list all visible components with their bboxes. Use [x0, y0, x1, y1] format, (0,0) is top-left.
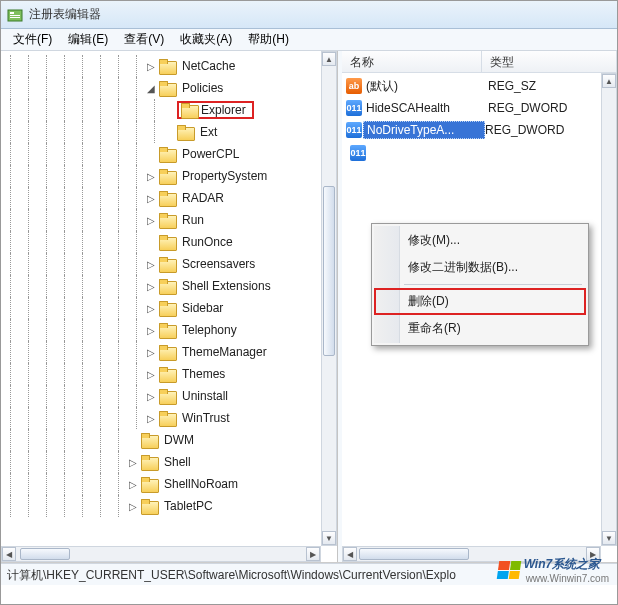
value-list[interactable]: ab(默认)REG_SZ011HideSCAHealthREG_DWORD011… [342, 73, 617, 143]
expander-icon [145, 236, 157, 248]
tree-item[interactable]: Ext [1, 121, 321, 143]
menu-help[interactable]: 帮助(H) [240, 29, 297, 50]
folder-icon [159, 213, 175, 227]
tree-horizontal-scrollbar[interactable]: ◀ ▶ [1, 546, 321, 562]
tree-item-label: TabletPC [161, 498, 216, 514]
tree-pane: ▷NetCache◢PoliciesExplorerExtPowerCPL▷Pr… [1, 51, 338, 562]
tree-item[interactable]: ▷Sidebar [1, 297, 321, 319]
tree-item-label: RunOnce [179, 234, 236, 250]
regedit-icon [7, 7, 23, 23]
folder-icon [159, 279, 175, 293]
scroll-right-icon[interactable]: ▶ [586, 547, 600, 561]
expander-icon[interactable]: ▷ [127, 456, 139, 468]
expander-icon[interactable]: ▷ [127, 500, 139, 512]
expander-icon[interactable]: ▷ [145, 346, 157, 358]
expander-icon[interactable]: ▷ [127, 478, 139, 490]
registry-tree[interactable]: ▷NetCache◢PoliciesExplorerExtPowerCPL▷Pr… [1, 51, 321, 521]
scroll-down-icon[interactable]: ▼ [602, 531, 616, 545]
expander-icon[interactable]: ▷ [145, 192, 157, 204]
tree-item[interactable]: ▷Telephony [1, 319, 321, 341]
scroll-left-icon[interactable]: ◀ [2, 547, 16, 561]
folder-icon [181, 103, 197, 117]
list-vertical-scrollbar[interactable]: ▲ ▼ [601, 73, 617, 546]
tree-item[interactable]: ▷ThemeManager [1, 341, 321, 363]
tree-item[interactable]: ▷WinTrust [1, 407, 321, 429]
tree-item[interactable]: ▷Themes [1, 363, 321, 385]
folder-icon [141, 455, 157, 469]
tree-item[interactable]: RunOnce [1, 231, 321, 253]
expander-icon[interactable]: ▷ [145, 258, 157, 270]
column-header-type[interactable]: 类型 [482, 51, 617, 72]
expander-icon[interactable]: ▷ [145, 302, 157, 314]
tree-item-label: RADAR [179, 190, 227, 206]
tree-item[interactable]: ▷Run [1, 209, 321, 231]
scroll-up-icon[interactable]: ▲ [602, 74, 616, 88]
tree-item[interactable]: ▷Shell [1, 451, 321, 473]
expander-icon[interactable]: ▷ [145, 280, 157, 292]
tree-item[interactable]: Explorer [1, 99, 321, 121]
tree-item[interactable]: DWM [1, 429, 321, 451]
tree-item[interactable]: ▷Shell Extensions [1, 275, 321, 297]
svg-rect-2 [10, 15, 20, 16]
value-row[interactable]: 011HideSCAHealthREG_DWORD [342, 97, 617, 119]
tree-item[interactable]: ◢Policies [1, 77, 321, 99]
scroll-left-icon[interactable]: ◀ [343, 547, 357, 561]
folder-icon [159, 323, 175, 337]
tree-item-label: Ext [197, 124, 220, 140]
scroll-thumb[interactable] [359, 548, 469, 560]
list-horizontal-scrollbar[interactable]: ◀ ▶ [342, 546, 601, 562]
folder-icon [159, 59, 175, 73]
context-menu-modify[interactable]: 修改(M)... [374, 227, 586, 254]
tree-item-label: NetCache [179, 58, 238, 74]
scroll-up-icon[interactable]: ▲ [322, 52, 336, 66]
tree-item[interactable]: ▷RADAR [1, 187, 321, 209]
tree-item-label: Shell [161, 454, 194, 470]
folder-icon [159, 81, 175, 95]
scroll-right-icon[interactable]: ▶ [306, 547, 320, 561]
tree-item-label: PowerCPL [179, 146, 242, 162]
context-menu-rename[interactable]: 重命名(R) [374, 315, 586, 342]
value-row[interactable]: 011NoDriveTypeA...REG_DWORD [342, 119, 617, 141]
value-row[interactable]: ab(默认)REG_SZ [342, 75, 617, 97]
tree-item-label: Telephony [179, 322, 240, 338]
tree-item-label: DWM [161, 432, 197, 448]
expander-icon[interactable]: ▷ [145, 324, 157, 336]
tree-item[interactable]: ▷Screensavers [1, 253, 321, 275]
expander-icon[interactable]: ▷ [145, 412, 157, 424]
folder-icon [159, 301, 175, 315]
expander-icon[interactable]: ▷ [145, 170, 157, 182]
folder-icon [141, 477, 157, 491]
tree-item[interactable]: ▷Uninstall [1, 385, 321, 407]
tree-item[interactable]: ▷TabletPC [1, 495, 321, 517]
tree-item-label: Explorer [177, 101, 254, 119]
folder-icon [159, 235, 175, 249]
expander-icon[interactable]: ▷ [145, 390, 157, 402]
expander-icon[interactable]: ◢ [145, 82, 157, 94]
tree-item-label: Run [179, 212, 207, 228]
scroll-thumb[interactable] [20, 548, 70, 560]
folder-icon [159, 257, 175, 271]
column-header-name[interactable]: 名称 [342, 51, 482, 72]
svg-rect-3 [10, 17, 20, 18]
menu-favorites[interactable]: 收藏夹(A) [172, 29, 240, 50]
tree-item-label: Screensavers [179, 256, 258, 272]
folder-icon [159, 389, 175, 403]
dword-value-icon: 011 [346, 122, 362, 138]
tree-item[interactable]: ▷PropertySystem [1, 165, 321, 187]
svg-rect-1 [10, 12, 14, 14]
menu-view[interactable]: 查看(V) [116, 29, 172, 50]
value-type: REG_SZ [488, 79, 536, 93]
scroll-down-icon[interactable]: ▼ [322, 531, 336, 545]
tree-item[interactable]: ▷ShellNoRoam [1, 473, 321, 495]
expander-icon[interactable]: ▷ [145, 214, 157, 226]
context-menu-modify-binary[interactable]: 修改二进制数据(B)... [374, 254, 586, 281]
expander-icon[interactable]: ▷ [145, 368, 157, 380]
tree-item[interactable]: ▷NetCache [1, 55, 321, 77]
menu-edit[interactable]: 编辑(E) [60, 29, 116, 50]
scroll-thumb[interactable] [323, 186, 335, 356]
menu-file[interactable]: 文件(F) [5, 29, 60, 50]
expander-icon[interactable]: ▷ [145, 60, 157, 72]
tree-vertical-scrollbar[interactable]: ▲ ▼ [321, 51, 337, 546]
context-menu-delete[interactable]: 删除(D) [374, 288, 586, 315]
tree-item[interactable]: PowerCPL [1, 143, 321, 165]
